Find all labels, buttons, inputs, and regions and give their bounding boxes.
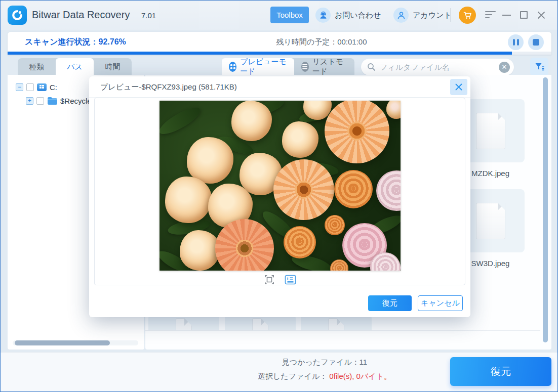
expand-expander[interactable]: + (26, 97, 33, 105)
image-info-icon[interactable] (285, 274, 297, 286)
fullscreen-icon[interactable] (263, 274, 275, 286)
tree-row-c-drive[interactable]: − C: (16, 81, 57, 93)
grid-divider (145, 330, 540, 331)
flower-shape (187, 137, 233, 184)
selected-bytes: 0バイト。 (356, 372, 391, 380)
flower-shape (386, 101, 401, 119)
preview-mode-label: プレビューモード (240, 57, 287, 76)
flower-shape (325, 101, 389, 163)
list-mode-label: リストモード (312, 57, 347, 76)
pause-icon (513, 39, 515, 46)
file-icon (252, 318, 268, 330)
scan-progress-fill (8, 52, 512, 55)
app-title: Bitwar Data Recovery (32, 9, 130, 21)
modal-cancel-button[interactable]: キャンセル (418, 295, 463, 311)
preview-modal: プレビュー-$RQFXZ93.jpeg (581.71KB) 復元 キャンセル (89, 76, 470, 317)
modal-close-icon[interactable] (450, 79, 467, 95)
filter-search-box: ✕ (361, 59, 514, 75)
tree-label-recycle[interactable]: $Recycle. (60, 97, 94, 105)
flower-shape (273, 159, 334, 220)
tab-type[interactable]: 種類 (18, 58, 56, 75)
preview-photo (160, 101, 401, 271)
folder-icon (47, 97, 57, 105)
filter-button[interactable] (530, 58, 548, 76)
collapse-expander[interactable]: − (16, 83, 23, 91)
selected-files-count: 0file(s), (329, 372, 354, 380)
file-icon (476, 113, 505, 149)
preview-modal-header: プレビュー-$RQFXZ93.jpeg (581.71KB) (89, 76, 470, 98)
account-menu[interactable]: アカウント (393, 7, 452, 23)
titlebar: Bitwar Data Recovery 7.01 Toolbox お問い合わせ… (1, 1, 557, 30)
close-icon[interactable] (537, 11, 546, 20)
tab-time[interactable]: 時間 (94, 58, 132, 75)
tab-path[interactable]: パス (56, 58, 94, 75)
horizontal-scrollbar-thumb[interactable] (15, 340, 110, 345)
file-icon (476, 203, 505, 239)
toolbox-button[interactable]: Toolbox (270, 7, 309, 23)
flower-shape (330, 259, 348, 271)
bitwar-logo-icon (8, 6, 27, 25)
tree-row-recycle[interactable]: + $Recycle. (26, 95, 94, 106)
contact-menu[interactable]: お問い合わせ (315, 7, 381, 23)
flower-shape (215, 219, 274, 271)
scan-progress-bar (8, 52, 551, 55)
selected-prefix: 選択したファイル： (258, 372, 327, 380)
preview-frame (94, 98, 465, 285)
filter-filename-input[interactable] (380, 63, 499, 71)
search-icon (367, 63, 376, 71)
shopping-cart-icon[interactable] (459, 7, 476, 24)
minimize-icon[interactable] (502, 15, 511, 16)
clear-search-icon[interactable]: ✕ (499, 62, 510, 73)
c-swirl-icon (11, 9, 23, 21)
grid-view-icon (229, 62, 236, 72)
vertical-scrollbar-thumb[interactable] (543, 77, 548, 342)
hamburger-menu-icon[interactable] (485, 11, 497, 19)
preview-tools (95, 274, 465, 286)
preview-mode-tab[interactable]: プレビューモード (222, 58, 294, 75)
recycle-checkbox[interactable] (36, 97, 44, 105)
preview-modal-title: プレビュー-$RQFXZ93.jpeg (581.71KB) (100, 76, 237, 98)
leaf-shape (160, 103, 204, 139)
person-icon (393, 8, 409, 23)
file-icon (176, 318, 192, 330)
flower-shape (334, 170, 373, 208)
flower-shape (231, 101, 272, 141)
restore-button-main[interactable]: 復元 (450, 357, 551, 386)
flower-shape (376, 170, 401, 211)
funnel-icon (534, 62, 545, 72)
remaining-time-label: 残り時間の予定：00:01:00 (246, 32, 397, 52)
scan-progress-label: スキャン進行状況：92.76% (25, 32, 126, 52)
stop-icon (533, 39, 539, 46)
list-mode-tab[interactable]: リストモード (294, 58, 354, 75)
stop-button[interactable] (528, 34, 544, 50)
list-view-icon (301, 62, 309, 72)
tree-label-c-drive[interactable]: C: (50, 83, 57, 92)
group-by-tabs: 種類 パス 時間 (18, 58, 132, 75)
account-label: アカウント (413, 11, 452, 20)
contact-label: お問い合わせ (335, 11, 381, 20)
pause-button[interactable] (508, 34, 524, 50)
scan-progress-card: スキャン進行状況：92.76% 残り時間の予定：00:01:00 (8, 32, 551, 55)
app-window: Bitwar Data Recovery 7.01 Toolbox お問い合わせ… (0, 0, 558, 392)
titlebar-divider (450, 8, 451, 22)
maximize-icon[interactable] (520, 11, 528, 19)
flower-shape (325, 215, 345, 235)
headset-person-icon (315, 8, 331, 23)
app-version: 7.01 (141, 11, 156, 20)
status-bar: 見つかったファイル：11 選択したファイル： 0file(s), 0バイト。 復… (1, 352, 557, 391)
flower-shape (282, 121, 318, 158)
modal-restore-button[interactable]: 復元 (368, 295, 412, 311)
flower-shape (165, 177, 212, 223)
horizontal-scrollbar[interactable] (13, 340, 138, 345)
file-icon (328, 318, 344, 330)
view-mode-tabs: プレビューモード リストモード (222, 58, 354, 75)
drive-icon (37, 83, 47, 91)
flower-shape (284, 226, 316, 258)
flower-shape (180, 230, 220, 271)
c-drive-checkbox[interactable] (26, 83, 34, 91)
